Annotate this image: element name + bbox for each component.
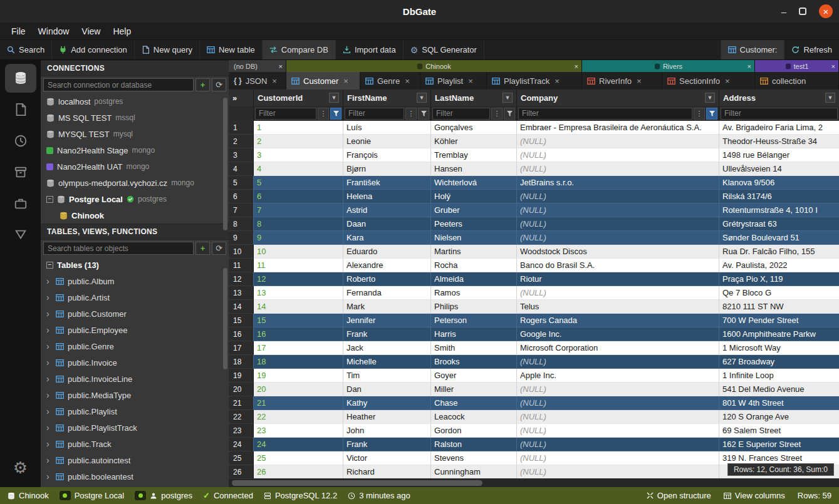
expand-all-header[interactable]: »: [229, 90, 254, 106]
rail-history[interactable]: [5, 126, 36, 155]
cell-firstname[interactable]: Richard: [343, 465, 431, 478]
table-row[interactable]: 24 24 Frank Ralston (NULL) 162 E Superio…: [229, 438, 839, 451]
cell-lastname[interactable]: Hansen: [431, 162, 517, 176]
cell-company[interactable]: (NULL): [517, 465, 719, 478]
cell-lastname[interactable]: Smith: [431, 341, 517, 355]
table-row[interactable]: 15 15 Jennifer Peterson Rogers Canada 70…: [229, 314, 839, 327]
row-number[interactable]: 7: [229, 203, 254, 217]
maximize-button[interactable]: [799, 8, 806, 15]
cell-lastname[interactable]: Holý: [431, 190, 517, 203]
cell-company[interactable]: (NULL): [517, 451, 719, 465]
status-database[interactable]: Chinook: [8, 491, 49, 500]
close-icon[interactable]: ×: [343, 76, 348, 86]
collapse-icon[interactable]: −: [46, 262, 53, 269]
cell-address[interactable]: 700 W Pender Street: [719, 314, 839, 327]
table-row[interactable]: 23 23 John Gordon (NULL) 69 Salem Street: [229, 424, 839, 438]
filter-input[interactable]: [432, 108, 490, 120]
cell-firstname[interactable]: Victor: [343, 451, 431, 465]
row-number[interactable]: 20: [229, 383, 254, 396]
chevron-right-icon[interactable]: ›: [46, 406, 52, 416]
tab-sectioninfo[interactable]: SectionInfo ×: [662, 72, 755, 90]
cell-lastname[interactable]: Goyer: [431, 369, 517, 383]
cell-address[interactable]: 69 Salem Street: [719, 424, 839, 438]
cell-firstname[interactable]: Kara: [343, 231, 431, 245]
cell-customerid[interactable]: 5: [254, 176, 343, 190]
cell-customerid[interactable]: 14: [254, 300, 343, 314]
cell-lastname[interactable]: Ralston: [431, 438, 517, 451]
cell-address[interactable]: Rua Dr. Falcão Filho, 155: [719, 245, 839, 259]
row-number[interactable]: 11: [229, 259, 254, 272]
menu-file[interactable]: File: [5, 26, 32, 36]
connection-item[interactable]: MS SQL TEST mssql: [41, 110, 229, 126]
db-tab-chinook[interactable]: Chinook ×: [286, 60, 582, 72]
status-connection[interactable]: Postgre Local: [60, 491, 125, 500]
connection-item[interactable]: olympus-medportal.vychozi.cz mongo: [41, 175, 229, 191]
horizontal-scrollbar[interactable]: [229, 478, 839, 487]
cell-customerid[interactable]: 9: [254, 231, 343, 245]
cell-company[interactable]: (NULL): [517, 162, 719, 176]
cell-address[interactable]: Theodor-Heuss-Straße 34: [719, 135, 839, 148]
tables-group[interactable]: − Tables (13): [41, 257, 229, 273]
row-number[interactable]: 5: [229, 176, 254, 190]
cell-firstname[interactable]: Roberto: [343, 272, 431, 286]
sql-generator-button[interactable]: ⚙ SQL Generator: [404, 40, 484, 59]
cell-company[interactable]: (NULL): [517, 438, 719, 451]
chevron-right-icon[interactable]: ›: [46, 292, 52, 302]
table-item[interactable]: › public.InvoiceLine: [41, 371, 229, 387]
table-row[interactable]: 1 1 Luís Gonçalves Embraer - Empresa Bra…: [229, 121, 839, 135]
cell-customerid[interactable]: 24: [254, 438, 343, 451]
customer-table-button[interactable]: Customer:: [721, 40, 784, 59]
cell-company[interactable]: (NULL): [517, 231, 719, 245]
cell-company[interactable]: Apple Inc.: [517, 369, 719, 383]
cell-firstname[interactable]: Kathy: [343, 396, 431, 410]
cell-lastname[interactable]: Wichterlová: [431, 176, 517, 190]
tab-playlisttrack[interactable]: PlaylistTrack ×: [487, 72, 582, 90]
cell-firstname[interactable]: Jack: [343, 341, 431, 355]
cell-lastname[interactable]: Gonçalves: [431, 121, 517, 135]
table-row[interactable]: 19 19 Tim Goyer Apple Inc. 1 Infinite Lo…: [229, 369, 839, 383]
cell-lastname[interactable]: Cunningham: [431, 465, 517, 478]
collapse-icon[interactable]: −: [46, 196, 53, 203]
cell-customerid[interactable]: 19: [254, 369, 343, 383]
cell-customerid[interactable]: 6: [254, 190, 343, 203]
table-item[interactable]: › public.Track: [41, 436, 229, 452]
close-icon[interactable]: ×: [637, 76, 642, 86]
cell-lastname[interactable]: Stevens: [431, 451, 517, 465]
rail-plugins[interactable]: [5, 189, 36, 218]
cell-address[interactable]: 627 Broadway: [719, 355, 839, 369]
cell-address[interactable]: 801 W 4th Street: [719, 396, 839, 410]
cell-lastname[interactable]: Gruber: [431, 203, 517, 217]
table-row[interactable]: 8 8 Daan Peeters (NULL) Grétrystraat 63: [229, 217, 839, 231]
tables-scrollbar[interactable]: [223, 268, 227, 369]
column-header-company[interactable]: Company ▼: [517, 90, 719, 106]
cell-company[interactable]: (NULL): [517, 396, 719, 410]
cell-company[interactable]: Woodstock Discos: [517, 245, 719, 259]
close-icon[interactable]: ×: [279, 63, 283, 70]
row-number[interactable]: 24: [229, 438, 254, 451]
cell-company[interactable]: (NULL): [517, 148, 719, 162]
cell-company[interactable]: (NULL): [517, 410, 719, 424]
cell-address[interactable]: Klanova 9/506: [719, 176, 839, 190]
cell-customerid[interactable]: 10: [254, 245, 343, 259]
status-user[interactable]: postgres: [135, 491, 192, 500]
cell-lastname[interactable]: Leacock: [431, 410, 517, 424]
cell-lastname[interactable]: Tremblay: [431, 148, 517, 162]
row-number[interactable]: 26: [229, 465, 254, 478]
chevron-down-icon[interactable]: ▼: [329, 93, 339, 103]
cell-company[interactable]: (NULL): [517, 286, 719, 300]
new-query-button[interactable]: New query: [135, 40, 200, 59]
cell-customerid[interactable]: 20: [254, 383, 343, 396]
tab-genre[interactable]: Genre ×: [360, 72, 420, 90]
cell-lastname[interactable]: Miller: [431, 383, 517, 396]
rail-settings[interactable]: ⚙: [5, 453, 36, 482]
row-number[interactable]: 8: [229, 217, 254, 231]
table-row[interactable]: 7 7 Astrid Gruber (NULL) Rotenturmstraße…: [229, 203, 839, 217]
row-number[interactable]: 2: [229, 135, 254, 148]
cell-customerid[interactable]: 15: [254, 314, 343, 327]
chevron-right-icon[interactable]: ›: [46, 276, 52, 286]
filter-input[interactable]: [721, 108, 838, 120]
cell-firstname[interactable]: Daan: [343, 217, 431, 231]
filter-menu-icon[interactable]: ⋮: [491, 108, 503, 120]
cell-firstname[interactable]: Helena: [343, 190, 431, 203]
row-number[interactable]: 9: [229, 231, 254, 245]
